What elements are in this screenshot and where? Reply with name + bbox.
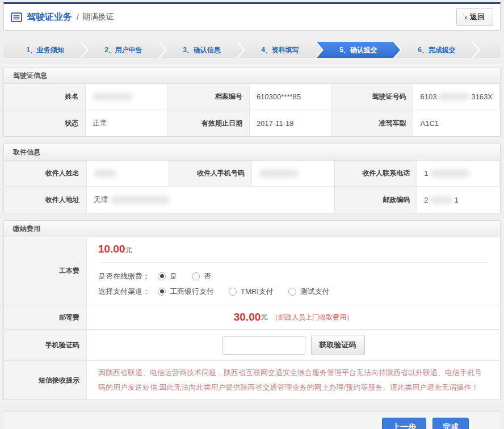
breadcrumb-separator: / — [77, 12, 79, 22]
radio-channel-icbc[interactable]: 工商银行支付 — [158, 287, 214, 297]
work-fee-label: 工本费 — [4, 237, 87, 305]
redacted-postcode — [430, 196, 453, 204]
recipient-phone-value: 1 — [417, 161, 500, 187]
step-3-confirm-info[interactable]: 3、确认信息 — [160, 42, 243, 58]
radio-unselected-icon — [229, 288, 237, 296]
postage-label: 邮寄费 — [4, 305, 87, 330]
divider — [98, 262, 489, 263]
file-no-label: 档案编号 — [168, 84, 250, 110]
postage-note: （邮政人员上门收取费用） — [271, 313, 353, 322]
radio-unselected-icon — [192, 272, 200, 280]
radio-channel-test-label: 测试支付 — [300, 287, 330, 297]
license-section-title: 驾驶证信息 — [4, 68, 500, 84]
license-no-value: 61033163X — [413, 84, 500, 110]
footer-action-bar: 上一步 完成 — [3, 411, 501, 429]
breadcrumb-current: 期满换证 — [82, 12, 114, 22]
redacted-name — [93, 93, 132, 100]
radio-online-no-label: 否 — [204, 271, 211, 281]
radio-channel-icbc-label: 工商银行支付 — [170, 287, 214, 297]
postage-amount: 30.00 — [234, 311, 261, 323]
sms-tip-label: 短信接收提示 — [4, 361, 87, 399]
postage-cell: 30.00元 （邮政人员上门收取费用） — [87, 305, 500, 330]
fees-section-title: 缴纳费用 — [4, 221, 500, 237]
chevron-left-icon: ‹ — [465, 13, 467, 22]
back-button[interactable]: ‹ 返回 — [456, 8, 493, 26]
redacted-recipient-mobile — [259, 170, 299, 177]
step-1-business-notice[interactable]: 1、业务须知 — [3, 42, 87, 58]
pay-channel-question: 选择支付渠道： — [98, 287, 150, 297]
expiry-value: 2017-11-18 — [250, 110, 331, 136]
pickup-section-title: 取件信息 — [4, 144, 500, 161]
vehicle-class-label: 准驾车型 — [331, 110, 413, 136]
get-code-button[interactable]: 获取验证码 — [311, 335, 365, 355]
previous-step-button[interactable]: 上一步 — [382, 418, 426, 429]
radio-online-no[interactable]: 否 — [192, 271, 211, 281]
sms-tip-cell: 因陕西省联通、电信运营商技术问题，陕西省互联网交通安全综合服务管理平台无法向持陕… — [87, 361, 500, 399]
page-title: 驾驶证业务 — [27, 11, 72, 23]
radio-online-yes[interactable]: 是 — [158, 271, 177, 281]
redacted-recipient-phone — [430, 170, 470, 177]
step-5-confirm-submit[interactable]: 5、确认提交 — [317, 42, 400, 58]
recipient-phone-label: 收件人联系电话 — [335, 161, 418, 187]
recipient-address-label: 收件人地址 — [4, 187, 87, 213]
work-fee-cell: 10.00元 是否在线缴费： 是 否 选择支付渠道： — [87, 237, 500, 305]
redacted-recipient-name — [94, 170, 116, 177]
recipient-name-label: 收件人姓名 — [4, 161, 87, 187]
radio-channel-test[interactable]: 测试支付 — [288, 287, 330, 297]
work-fee-unit: 元 — [125, 246, 133, 254]
postcode-label: 邮政编码 — [335, 187, 418, 213]
back-button-label: 返回 — [470, 12, 485, 22]
pickup-info-section: 取件信息 收件人姓名 收件人手机号码 收件人联系电话 1 收件人地址 天津 邮政… — [3, 144, 501, 213]
step-4-fill-data[interactable]: 4、资料填写 — [238, 42, 322, 58]
pay-channel-question-row: 选择支付渠道： 工商银行支付 TMRI支付 测试支付 — [98, 284, 489, 299]
postage-unit: 元 — [261, 312, 268, 322]
finish-button[interactable]: 完成 — [432, 418, 469, 429]
file-no-value: 610300****85 — [250, 84, 331, 110]
radio-online-yes-label: 是 — [170, 271, 177, 281]
license-no-label: 驾驶证号码 — [331, 84, 413, 110]
postcode-value: 21 — [417, 187, 500, 213]
redacted-license-no — [438, 93, 469, 100]
license-info-section: 驾驶证信息 姓名 档案编号 610300****85 驾驶证号码 6103316… — [3, 67, 501, 137]
page-header: 驾驶证业务 / 期满换证 ‹ 返回 — [3, 2, 501, 31]
recipient-name-value — [87, 161, 170, 187]
step-wizard: 1、业务须知 2、用户申告 3、确认信息 4、资料填写 5、确认提交 6、完成提… — [3, 42, 501, 58]
radio-unselected-icon — [288, 288, 296, 296]
page: 驾驶证业务 / 期满换证 ‹ 返回 1、业务须知 2、用户申告 3、确认信息 4… — [0, 0, 504, 429]
radio-channel-tmri[interactable]: TMRI支付 — [229, 287, 274, 297]
work-fee-amount-line: 10.00元 — [98, 243, 489, 255]
name-value — [86, 84, 167, 110]
radio-channel-tmri-label: TMRI支付 — [241, 287, 274, 297]
online-pay-question: 是否在线缴费： — [98, 271, 150, 281]
captcha-cell: 获取验证码 — [87, 330, 500, 361]
recipient-address-value: 天津 — [87, 187, 335, 213]
radio-selected-icon — [158, 272, 166, 280]
step-6-complete-submit[interactable]: 6、完成提交 — [395, 42, 478, 58]
form-list-icon — [11, 12, 22, 22]
vehicle-class-value: A1C1 — [413, 110, 500, 136]
status-value: 正常 — [86, 110, 167, 136]
online-pay-question-row: 是否在线缴费： 是 否 — [98, 268, 489, 284]
recipient-mobile-label: 收件人手机号码 — [169, 161, 252, 187]
redacted-recipient-address — [110, 196, 170, 204]
work-fee-amount: 10.00 — [98, 243, 125, 255]
captcha-label: 手机验证码 — [4, 330, 87, 361]
fees-section: 缴纳费用 工本费 10.00元 是否在线缴费： 是 否 — [3, 220, 501, 400]
captcha-input[interactable] — [222, 336, 305, 355]
status-label: 状态 — [4, 110, 86, 136]
step-2-user-declaration[interactable]: 2、用户申告 — [82, 42, 165, 58]
radio-selected-icon — [158, 288, 166, 296]
name-label: 姓名 — [4, 84, 86, 110]
recipient-mobile-value — [252, 161, 335, 187]
expiry-label: 有效期止日期 — [168, 110, 250, 136]
sms-tip-text: 因陕西省联通、电信运营商技术问题，陕西省互联网交通安全综合服务管理平台无法向持陕… — [87, 361, 500, 399]
